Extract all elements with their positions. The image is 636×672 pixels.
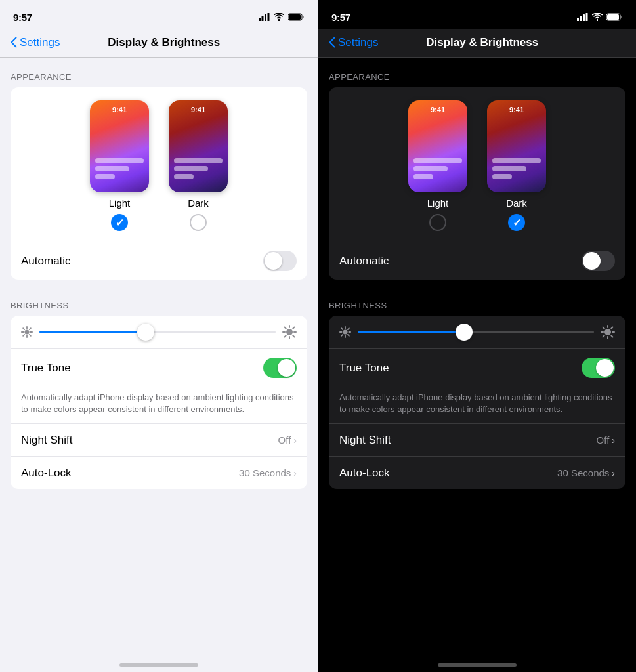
dark-label-light: Dark <box>188 198 209 209</box>
toggle-thumb-automatic-light <box>265 252 282 270</box>
phone-time-dark: 9:41 <box>169 106 228 114</box>
light-radio-dark[interactable] <box>429 214 446 231</box>
automatic-row-light[interactable]: Automatic <box>11 242 307 280</box>
appearance-row-dark: 9:41 Light <box>339 100 615 231</box>
battery-icon <box>288 13 305 21</box>
automatic-toggle-dark[interactable] <box>582 251 615 271</box>
svg-point-16 <box>286 329 293 335</box>
appearance-header-dark: APPEARANCE <box>318 58 636 87</box>
svg-point-41 <box>604 329 611 335</box>
light-label: Light <box>109 198 131 209</box>
home-indicator-dark <box>318 650 636 672</box>
svg-rect-26 <box>580 16 582 22</box>
bar-ld1 <box>413 158 462 163</box>
svg-line-47 <box>611 335 612 337</box>
light-radio-selected[interactable]: ✓ <box>111 214 128 231</box>
toggle-thumb-truetone-light <box>278 359 295 377</box>
svg-rect-3 <box>268 13 270 21</box>
brightness-thumb-light[interactable] <box>137 324 154 341</box>
appearance-options-light: 9:41 Light ✓ <box>11 87 307 242</box>
brightness-fill-dark <box>358 331 464 333</box>
night-shift-right-light: Off › <box>278 434 297 446</box>
bottom-spacer-dark <box>318 489 636 541</box>
bar-3 <box>95 174 115 179</box>
appearance-card-dark: 9:41 Light <box>329 87 625 280</box>
brightness-thumb-dark[interactable] <box>456 324 473 341</box>
auto-lock-chevron-dark: › <box>612 468 615 478</box>
dbar-3 <box>174 174 194 179</box>
light-mode-panel: 9:57 <box>0 0 318 672</box>
svg-line-38 <box>348 335 349 336</box>
brightness-slider-row-dark[interactable] <box>339 325 615 339</box>
auto-lock-label-light: Auto-Lock <box>21 467 72 480</box>
brightness-track-light[interactable] <box>39 331 276 333</box>
dark-radio-light[interactable] <box>190 214 207 231</box>
svg-line-37 <box>341 328 343 329</box>
appearance-row-light: 9:41 Light ✓ <box>21 100 297 231</box>
true-tone-label-light: True Tone <box>21 362 71 375</box>
brightness-slider-container-dark <box>329 316 625 348</box>
true-tone-row-light[interactable]: True Tone <box>11 348 307 387</box>
night-shift-row-light[interactable]: Night Shift Off › <box>11 423 307 456</box>
auto-lock-row-dark[interactable]: Auto-Lock 30 Seconds › <box>329 456 625 489</box>
scroll-content-light[interactable]: APPEARANCE 9:41 <box>0 58 318 650</box>
auto-lock-value-dark: 30 Seconds <box>557 467 609 478</box>
true-tone-toggle-light[interactable] <box>263 358 297 378</box>
night-shift-chevron-dark: › <box>612 435 615 446</box>
scroll-content-dark[interactable]: APPEARANCE 9:41 <box>318 58 636 650</box>
svg-line-12 <box>23 328 24 329</box>
auto-lock-row-light[interactable]: Auto-Lock 30 Seconds › <box>11 456 307 489</box>
dbar-1 <box>174 158 223 163</box>
true-tone-toggle-dark[interactable] <box>582 358 615 378</box>
checkmark-light: ✓ <box>116 217 124 229</box>
svg-rect-28 <box>586 13 588 21</box>
svg-rect-25 <box>577 18 579 21</box>
auto-lock-value-light: 30 Seconds <box>239 467 291 478</box>
dark-radio-selected[interactable]: ✓ <box>508 214 525 231</box>
back-chevron-icon <box>11 37 17 48</box>
nav-bar-light: Settings Display & Brightness <box>0 29 318 58</box>
auto-lock-chevron-light: › <box>293 468 297 478</box>
phone-time-light: 9:41 <box>90 106 149 114</box>
automatic-toggle-light[interactable] <box>263 251 297 271</box>
svg-line-49 <box>603 335 604 337</box>
brightness-track-dark[interactable] <box>358 331 594 333</box>
night-shift-row-dark[interactable]: Night Shift Off › <box>329 423 625 456</box>
phone-bars-light-dark <box>413 158 462 179</box>
home-indicator-light <box>0 650 318 672</box>
true-tone-row-dark[interactable]: True Tone <box>329 348 625 387</box>
phone-thumb-light: 9:41 <box>90 100 149 192</box>
appearance-option-dark[interactable]: 9:41 Dark <box>169 100 228 231</box>
night-shift-value-dark: Off <box>597 434 610 446</box>
appearance-option-light-in-dark[interactable]: 9:41 Light <box>408 100 467 231</box>
bar-2 <box>95 166 129 171</box>
brightness-slider-container-light <box>11 316 307 348</box>
home-bar-light <box>119 663 198 667</box>
night-shift-label-light: Night Shift <box>21 434 72 447</box>
svg-line-48 <box>611 327 612 329</box>
appearance-option-light[interactable]: 9:41 Light ✓ <box>90 100 149 231</box>
sun-small-icon-light <box>21 326 33 338</box>
sun-large-icon-light <box>282 325 297 339</box>
svg-rect-30 <box>607 14 619 20</box>
phone-screen-light: 9:41 <box>90 100 149 192</box>
signal-icon <box>259 13 270 21</box>
svg-line-21 <box>285 327 286 329</box>
signal-icon-dark <box>577 13 588 21</box>
bar-ld2 <box>413 166 448 171</box>
night-shift-label-dark: Night Shift <box>339 434 391 447</box>
nav-bar-dark: Settings Display & Brightness <box>318 29 636 58</box>
svg-rect-2 <box>265 14 266 21</box>
appearance-option-dark-in-dark[interactable]: 9:41 Dark ✓ <box>487 100 546 231</box>
svg-line-39 <box>348 328 349 329</box>
dbar-2 <box>174 166 208 171</box>
brightness-fill-light <box>39 331 146 333</box>
status-icons-dark <box>577 13 623 21</box>
back-chevron-icon-dark <box>329 37 335 48</box>
phone-bars-light <box>95 158 144 179</box>
automatic-row-dark[interactable]: Automatic <box>329 242 625 280</box>
svg-line-24 <box>285 335 286 337</box>
brightness-slider-row-light[interactable] <box>21 325 297 339</box>
automatic-label-dark: Automatic <box>339 255 389 268</box>
brightness-card-dark: True Tone Automatically adapt iPhone dis… <box>329 316 625 489</box>
